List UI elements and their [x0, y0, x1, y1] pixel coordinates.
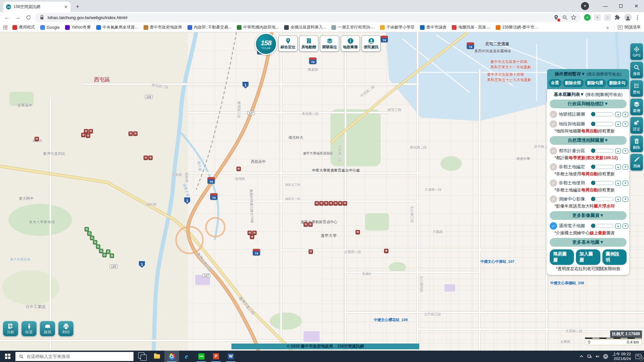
start-button[interactable] [0, 351, 15, 362]
bookmark-item[interactable]: 子由數學小學堂 [378, 23, 417, 31]
bookmark-item[interactable]: Yahoo奇摩 [63, 23, 93, 31]
slider-knob[interactable] [591, 112, 595, 116]
layer-move-up-button[interactable]: ▲ [615, 224, 621, 229]
panel-action-button[interactable]: 圖例說明 [602, 249, 627, 265]
layer-row[interactable]: ✓地段與地籍圖▲▼ [550, 120, 627, 128]
slider-knob[interactable] [591, 165, 595, 169]
history-action-button[interactable]: 全選 [549, 79, 561, 87]
bookmark-item[interactable]: 一層主管行程查詢-... [329, 23, 377, 31]
map-tool-info-button[interactable]: 地政業務 [341, 36, 360, 52]
layer-row[interactable]: ✓非都土地使用▲▼ [550, 179, 627, 187]
tab-close-icon[interactable]: ✕ [64, 4, 68, 9]
bookmark-item[interactable]: 地圖找屋 - 買屋.... [449, 23, 493, 31]
checkbox-icon[interactable]: ✓ [550, 195, 557, 203]
expropriation-marker[interactable]: 徵 [315, 201, 319, 205]
bookmark-item[interactable]: 臺中市議會 [418, 23, 449, 31]
expropriation-marker[interactable]: 徵 [148, 156, 153, 160]
browser-menu-icon[interactable] [635, 15, 640, 20]
layer-move-up-button[interactable]: ▲ [615, 122, 621, 127]
opacity-slider[interactable] [591, 149, 613, 153]
slider-knob[interactable] [591, 224, 595, 228]
location-blocked-icon[interactable] [553, 14, 559, 20]
side-tool-pencil-button[interactable]: 測繪 [630, 154, 643, 171]
taskbar-search-input[interactable] [26, 354, 130, 359]
close-button[interactable]: ✕ [629, 0, 644, 12]
checkbox-icon[interactable]: ✓ [550, 179, 557, 187]
layer-move-down-button[interactable]: ▼ [623, 224, 628, 229]
mediation-marker[interactable]: 協 [90, 236, 94, 240]
chrome-icon[interactable] [164, 351, 179, 362]
layer-row[interactable]: ✓地號標註圖層▲▼ [550, 111, 627, 118]
layer-group-button[interactable]: 自然環境相關圖層▼ [550, 136, 627, 145]
side-tool-gear-button[interactable]: 設定 [630, 117, 643, 134]
checkbox-icon[interactable]: ✓ [550, 163, 557, 171]
expropriation-marker[interactable]: 徵 [356, 230, 360, 234]
expropriation-marker[interactable]: 徵 [128, 131, 133, 136]
expropriation-marker[interactable]: 徵 [250, 235, 254, 239]
side-tool-layers-button[interactable]: 圖層 [630, 98, 643, 116]
expropriation-marker[interactable]: 徵 [324, 201, 328, 205]
158-extension-icon[interactable]: ≋ [594, 14, 601, 21]
reading-list-button[interactable]: 閱讀清單 [618, 24, 641, 30]
side-tool-search-button[interactable]: 搜尋 [630, 61, 643, 79]
bookmark-item[interactable]: 臺中市政府地政局 [141, 23, 184, 31]
layer-group-button[interactable]: 更多基本地圖▼ [550, 238, 627, 247]
opacity-slider[interactable] [591, 224, 613, 228]
internet-explorer-icon[interactable]: e [179, 351, 194, 362]
file-explorer-icon[interactable] [150, 351, 164, 362]
layer-row[interactable]: ✓非都土地編定▲▼ [550, 163, 627, 171]
layer-move-up-button[interactable]: ▲ [615, 181, 621, 186]
opacity-slider[interactable] [591, 112, 613, 116]
mediation-marker[interactable]: 協 [85, 227, 89, 231]
layer-move-down-button[interactable]: ▼ [623, 122, 628, 127]
expropriation-marker[interactable]: 徵 [309, 249, 313, 254]
side-tool-trash-button[interactable]: 刪除 [630, 135, 643, 153]
bookmark-item[interactable]: Google [38, 24, 62, 31]
back-button[interactable]: ← [3, 13, 11, 22]
layer-move-down-button[interactable]: ▼ [623, 181, 628, 186]
browser-tab[interactable]: 158 158空間資訊網 ✕ [3, 2, 70, 12]
bookmark-star-icon[interactable] [571, 14, 577, 20]
expropriation-marker[interactable]: 徵 [343, 201, 347, 205]
map-tool-layers-button[interactable]: 開發區位 [320, 36, 339, 52]
mediation-marker[interactable]: 協 [110, 253, 114, 258]
network-icon[interactable] [587, 354, 592, 359]
layer-move-up-button[interactable]: ▲ [615, 165, 621, 170]
side-tool-gps-button[interactable]: GPS [630, 43, 643, 60]
tray-expand-icon[interactable] [579, 354, 584, 359]
layer-move-down-button[interactable]: ▼ [623, 148, 628, 154]
minimize-button[interactable]: — [598, 0, 613, 12]
taskbar-clock[interactable]: 上午 09:22 2021/6/24 [611, 352, 632, 361]
history-action-button[interactable]: 刪除未勾 [607, 79, 628, 87]
taskbar-search[interactable] [15, 352, 133, 361]
expropriation-marker[interactable]: 徵 [81, 133, 86, 137]
checkbox-checked-icon[interactable]: ✓ [550, 222, 557, 230]
checkbox-icon[interactable]: ✓ [550, 111, 557, 118]
panel-action-button[interactable]: 簡易圖層 [550, 249, 574, 265]
map-print-button[interactable]: 列印 [58, 321, 74, 337]
mediation-marker[interactable]: 協 [99, 249, 103, 253]
slider-knob[interactable] [591, 181, 595, 185]
expropriation-marker[interactable]: 徵 [35, 137, 39, 141]
mediation-marker[interactable]: 協 [106, 249, 110, 254]
maximize-button[interactable] [613, 0, 629, 12]
bookmark-item[interactable]: 中央氣象局全球資... [94, 23, 141, 31]
checkbox-icon[interactable]: ✓ [550, 120, 557, 128]
expropriation-marker[interactable]: 徵 [304, 222, 308, 227]
layer-move-up-button[interactable]: ▲ [615, 197, 621, 202]
layer-row[interactable]: ✓通用電子地圖▲▼ [550, 222, 627, 230]
slider-knob[interactable] [591, 122, 595, 126]
history-action-button[interactable]: 刪除全部 [563, 79, 584, 87]
more-bookmarks-chevron[interactable]: » [604, 25, 611, 30]
expropriation-marker[interactable]: 徵 [89, 129, 93, 133]
task-view-icon[interactable] [135, 351, 150, 362]
opacity-slider[interactable] [591, 197, 613, 201]
layer-row[interactable]: ✓都市計畫分區▲▼ [550, 147, 627, 155]
browser-update-icon[interactable]: ▼ [581, 2, 589, 10]
layer-move-up-button[interactable]: ▲ [615, 148, 621, 154]
expropriation-marker[interactable]: 徵 [133, 131, 138, 136]
volume-icon[interactable] [595, 354, 600, 359]
panel-action-button[interactable]: 加入圖層 [576, 249, 600, 265]
expropriation-marker[interactable]: 徵 [329, 201, 333, 205]
powerpoint-icon[interactable]: P [209, 351, 223, 362]
